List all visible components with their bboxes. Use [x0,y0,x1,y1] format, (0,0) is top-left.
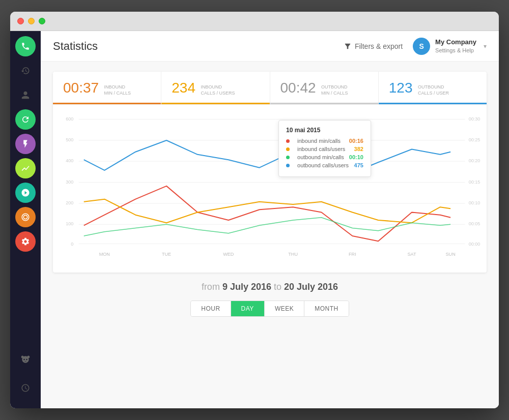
date-start: 9 July 2016 [222,282,271,292]
metric-underline-gray [270,103,378,104]
chart-area: 600 500 400 300 200 100 0 00:30 00:25 00… [53,105,487,273]
metric-label-inbound-min: INBOUND MIN / CALLS [104,84,131,96]
filter-icon [344,42,352,50]
tooltip-row-2: inbound calls/users 382 [286,146,363,152]
sidebar-item-contacts[interactable] [15,85,36,105]
app-window: Statistics Filters & export S My Company… [10,12,499,408]
metric-inbound-min: 00:37 INBOUND MIN / CALLS [53,72,161,104]
metrics-row: 00:37 INBOUND MIN / CALLS 234 INBOUND [53,72,487,105]
svg-text:00:25: 00:25 [469,137,480,142]
svg-text:00:10: 00:10 [469,200,480,205]
metric-label-inbound-calls: INBOUND CALLS / USERS [201,84,235,96]
svg-text:WED: WED [223,252,234,257]
date-end: 20 July 2016 [284,282,338,292]
time-btn-month[interactable]: MONTH [304,301,349,316]
tooltip-label-3: outbound min/calls [297,154,344,160]
company-menu[interactable]: S My Company Settings & Help ▾ [413,38,487,55]
sidebar-item-chart[interactable] [15,158,36,178]
tooltip-val-3: 00:10 [349,154,363,160]
metric-label-outbound-min: OUTBOUND MIN / CALLS [321,84,348,96]
sidebar [10,31,41,408]
tooltip-row-1: inbound min/calls 00:16 [286,138,363,144]
content-area: 00:37 INBOUND MIN / CALLS 234 INBOUND [41,62,499,408]
filters-export-label: Filters & export [355,42,403,50]
chart-svg: 600 500 400 300 200 100 0 00:30 00:25 00… [58,110,482,267]
svg-text:100: 100 [66,222,73,227]
svg-text:00:20: 00:20 [469,159,480,164]
svg-text:200: 200 [66,200,73,205]
date-connector: to [274,282,281,292]
svg-text:500: 500 [66,137,73,142]
date-prefix: from [202,282,220,292]
svg-text:SAT: SAT [407,252,416,257]
footer-section: from 9 July 2016 to 20 July 2016 HOUR DA… [53,282,487,317]
metric-outbound-min: 00:42 OUTBOUND MIN / CALLS [270,72,379,104]
svg-text:MON: MON [99,252,110,257]
svg-text:THU: THU [288,252,298,257]
time-btn-day[interactable]: DAY [231,301,265,316]
svg-text:00:00: 00:00 [469,242,480,247]
sidebar-item-flash[interactable] [15,134,36,154]
svg-text:TUE: TUE [162,252,171,257]
svg-text:300: 300 [66,179,73,185]
time-buttons-group: HOUR DAY WEEK MONTH [190,301,349,317]
svg-text:400: 400 [66,159,73,164]
sidebar-bottom [15,349,36,403]
metric-value-inbound-min: 00:37 [63,80,99,96]
tooltip-label-1: inbound min/calls [297,138,344,144]
metric-outbound-calls: 123 OUTBOUND CALLS / USER [379,72,487,104]
tooltip-label-4: outbound calls/users [297,162,349,168]
svg-text:SUN: SUN [445,252,455,257]
metric-underline-blue [379,103,487,104]
tooltip-row-3: outbound min/calls 00:10 [286,154,363,160]
sidebar-item-clock[interactable] [15,378,36,398]
maximize-button[interactable] [39,18,45,24]
tooltip-date: 10 mai 2015 [286,127,363,134]
metric-value-outbound-calls: 123 [389,80,413,96]
sidebar-item-phone[interactable] [15,36,36,56]
chart-tooltip: 10 mai 2015 inbound min/calls 00:16 inbo… [278,120,371,177]
svg-text:FRI: FRI [349,252,356,257]
svg-text:600: 600 [66,116,73,122]
tooltip-dot-gold [286,147,290,151]
app-layout: Statistics Filters & export S My Company… [10,31,499,408]
sidebar-item-settings-red[interactable] [15,231,36,252]
minimize-button[interactable] [28,18,35,24]
svg-text:0: 0 [71,242,73,247]
main-content: Statistics Filters & export S My Company… [41,31,499,408]
company-avatar: S [413,38,430,55]
chevron-down-icon: ▾ [484,43,487,50]
sidebar-item-bear[interactable] [15,349,36,370]
sidebar-item-activity[interactable] [15,109,36,130]
tooltip-dot-green [286,156,290,159]
tooltip-label-2: inbound calls/users [297,146,349,152]
tooltip-dot-red [286,139,290,143]
sidebar-item-broadcast[interactable] [15,183,36,203]
header: Statistics Filters & export S My Company… [41,31,499,62]
titlebar [10,12,499,31]
tooltip-val-4: 475 [354,162,363,168]
time-btn-hour[interactable]: HOUR [191,301,231,316]
tooltip-val-2: 382 [354,146,363,152]
company-info: My Company Settings & Help [435,38,476,54]
tooltip-dot-blue [286,164,290,167]
date-range: from 9 July 2016 to 20 July 2016 [202,282,338,292]
metric-value-outbound-min: 00:42 [280,80,316,96]
metric-underline-gold [161,103,269,104]
metric-value-inbound-calls: 234 [172,80,195,96]
company-name: My Company [435,38,476,47]
time-btn-week[interactable]: WEEK [265,301,304,316]
svg-text:00:15: 00:15 [469,179,480,185]
stats-card: 00:37 INBOUND MIN / CALLS 234 INBOUND [53,72,487,273]
metric-label-outbound-calls: OUTBOUND CALLS / USER [418,84,449,96]
company-subtitle: Settings & Help [435,47,476,54]
sidebar-item-history[interactable] [15,61,36,81]
metric-underline-orange [53,103,161,104]
tooltip-val-1: 00:16 [349,138,363,144]
metric-inbound-calls: 234 INBOUND CALLS / USERS [161,72,270,104]
close-button[interactable] [17,18,24,24]
svg-text:00:05: 00:05 [469,222,480,227]
svg-text:00:30: 00:30 [469,116,480,122]
filters-export-button[interactable]: Filters & export [344,42,403,50]
sidebar-item-settings-orange[interactable] [15,207,36,227]
